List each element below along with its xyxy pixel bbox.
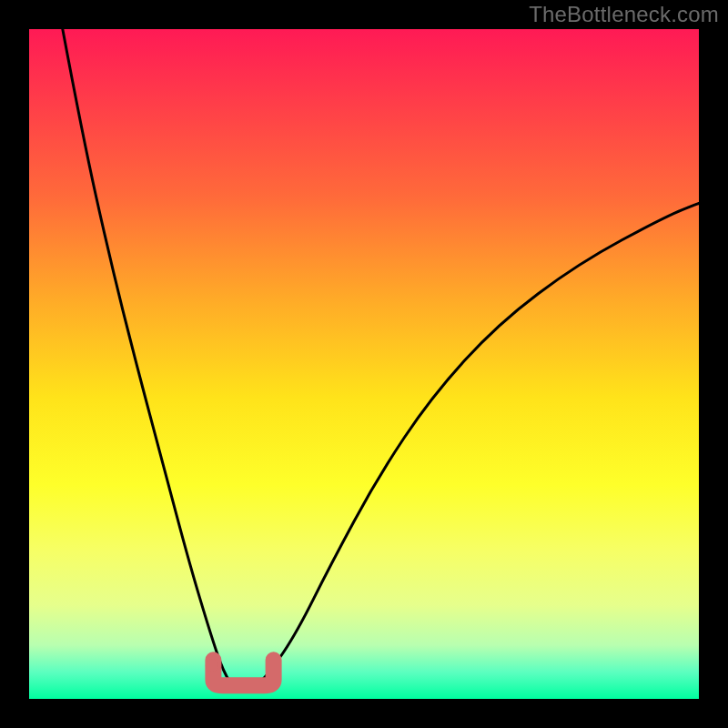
plot-area [29, 29, 699, 699]
watermark-text: TheBottleneck.com [529, 2, 719, 27]
left-cap-dot [206, 659, 218, 672]
chart-frame: TheBottleneck.com [0, 0, 728, 728]
bottleneck-curve [63, 29, 699, 693]
curve-layer [29, 29, 699, 699]
